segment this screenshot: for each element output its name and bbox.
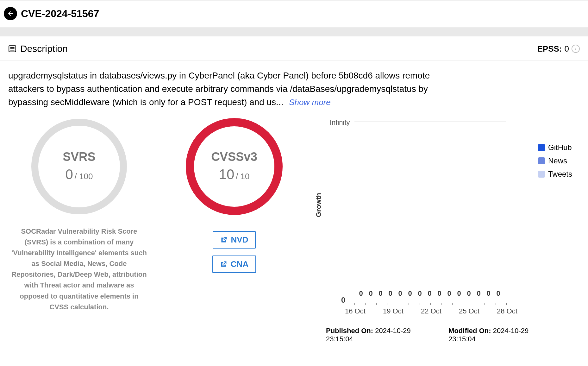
description-heading: Description — [20, 43, 68, 54]
legend-swatch — [538, 171, 545, 178]
data-point-label: 0 — [387, 289, 394, 298]
data-point-label: 0 — [397, 289, 403, 298]
data-point-label: 0 — [367, 289, 374, 298]
legend-label: News — [548, 156, 567, 165]
x-tick-label: 16 Oct — [345, 307, 366, 315]
data-point-label: 0 — [485, 289, 492, 298]
x-tick-label: 19 Oct — [383, 307, 403, 315]
cvss-max: / 10 — [236, 172, 249, 181]
cna-link[interactable]: CNA — [212, 256, 256, 273]
legend-swatch — [538, 157, 545, 164]
x-tick-label: 22 Oct — [421, 307, 441, 315]
data-point-label: 0 — [407, 289, 413, 298]
modified-label: Modified On: — [448, 327, 491, 335]
data-point-label: 0 — [456, 289, 462, 298]
x-tick-label: 28 Oct — [497, 307, 517, 315]
back-button[interactable] — [4, 7, 17, 20]
data-point-label: 0 — [377, 289, 384, 298]
cve-title: CVE-2024-51567 — [21, 8, 99, 20]
cvss-gauge: CVSSv3 10 / 10 — [184, 116, 285, 217]
cna-label: CNA — [231, 259, 248, 269]
legend-swatch — [538, 144, 545, 151]
y-top-label: Infinity — [330, 118, 350, 127]
data-point-label: 0 — [475, 289, 482, 298]
svrs-max: / 100 — [75, 172, 93, 181]
legend-item-tweets[interactable]: Tweets — [538, 170, 572, 179]
info-icon[interactable]: i — [572, 45, 580, 53]
legend-label: GitHub — [548, 143, 572, 152]
nvd-label: NVD — [231, 235, 248, 245]
external-link-icon — [220, 261, 227, 268]
svrs-value: 0 — [66, 167, 73, 182]
legend-item-news[interactable]: News — [538, 156, 572, 165]
published-label: Published On: — [326, 327, 373, 335]
nvd-link[interactable]: NVD — [213, 231, 256, 249]
arrow-left-icon — [7, 10, 14, 17]
data-point-label: 0 — [495, 289, 502, 298]
y-axis-label: Growth — [315, 193, 323, 217]
external-link-icon — [220, 237, 227, 243]
svrs-label: SVRS — [28, 150, 130, 164]
show-more-link[interactable]: Show more — [289, 98, 331, 107]
growth-chart: Infinity Growth 0 000000000000000 16 Oct… — [316, 116, 582, 312]
data-point-label: 0 — [436, 289, 443, 298]
data-point-label: 0 — [358, 289, 364, 298]
chart-legend: GitHub News Tweets — [538, 143, 572, 179]
x-tick-label: 25 Oct — [459, 307, 479, 315]
data-point-label: 0 — [416, 289, 423, 298]
epss-value: 0 — [565, 44, 569, 54]
cvss-label: CVSSv3 — [184, 150, 285, 164]
data-point-label: 0 — [446, 289, 453, 298]
cvss-value: 10 — [219, 167, 235, 182]
data-point-label: 0 — [426, 289, 433, 298]
epss-label: EPSS: — [537, 44, 562, 54]
legend-item-github[interactable]: GitHub — [538, 143, 572, 152]
svrs-description: SOCRadar Vulnerability Risk Score (SVRS)… — [9, 226, 149, 312]
legend-label: Tweets — [548, 170, 572, 179]
list-icon — [8, 45, 16, 53]
description-text: upgrademysqlstatus in databases/views.py… — [8, 71, 430, 107]
svrs-gauge: SVRS 0 / 100 — [28, 116, 130, 217]
data-point-label: 0 — [466, 289, 472, 298]
y-zero-label: 0 — [341, 296, 345, 305]
